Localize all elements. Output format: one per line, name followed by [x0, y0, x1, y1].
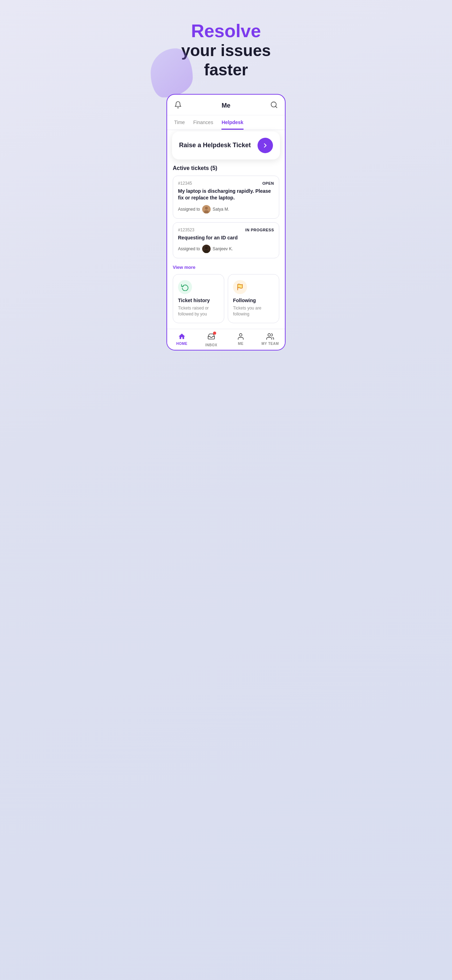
tab-bar: Time Finances Helpdesk [167, 115, 285, 130]
card-header: Me [167, 95, 285, 115]
main-app-card: Me Time Finances Helpdesk Raise a Helpde… [166, 94, 286, 350]
ticket-header-2: #123523 IN PROGRESS [178, 228, 274, 232]
ticket-header-1: #12345 OPEN [178, 181, 274, 186]
blob-decoration [151, 48, 193, 97]
ticket-assignee-1: Assigned to Satya M. [178, 205, 274, 213]
svg-point-10 [268, 334, 271, 336]
inbox-badge [213, 332, 216, 335]
nav-my-team[interactable]: MY TEAM [255, 332, 285, 347]
hero-section: Resolve your issues faster [158, 0, 294, 91]
tab-time[interactable]: Time [174, 115, 185, 130]
avatar-satya [202, 205, 210, 213]
following-title: Following [233, 298, 274, 303]
raise-ticket-section: Raise a Helpdesk Ticket [167, 130, 285, 159]
following-icon-wrapper [233, 280, 247, 294]
nav-inbox[interactable]: INBOX [197, 332, 226, 347]
nav-me-label: ME [238, 342, 244, 345]
assigned-label-2: Assigned to [178, 247, 200, 251]
assignee-name-2: Sanjeev K. [213, 247, 233, 251]
ticket-history-card[interactable]: Ticket history Tickets raised or followe… [173, 274, 224, 323]
nav-home-label: HOME [176, 342, 188, 345]
ticket-status-1: OPEN [263, 181, 274, 185]
ticket-title-2: Requesting for an ID card [178, 234, 274, 242]
ticket-id-2: #123523 [178, 228, 194, 232]
active-tickets-section: Active tickets (5) #12345 OPEN My laptop… [167, 159, 285, 274]
active-tickets-title: Active tickets (5) [173, 165, 279, 172]
svg-point-6 [205, 247, 208, 249]
ticket-history-icon-wrapper [178, 280, 192, 294]
following-desc: Tickets you are following [233, 305, 274, 317]
bell-icon[interactable] [174, 101, 182, 111]
search-icon[interactable] [270, 101, 278, 111]
raise-ticket-label: Raise a Helpdesk Ticket [179, 142, 251, 149]
raise-ticket-banner[interactable]: Raise a Helpdesk Ticket [172, 131, 280, 159]
svg-point-3 [205, 207, 208, 210]
ticket-id-1: #12345 [178, 181, 192, 186]
assigned-label-1: Assigned to [178, 207, 200, 212]
following-card[interactable]: Following Tickets you are following [228, 274, 279, 323]
assignee-name-1: Satya M. [213, 207, 229, 212]
ticket-history-desc: Tickets raised or followed by you [178, 305, 219, 317]
svg-line-1 [275, 106, 277, 108]
nav-home[interactable]: HOME [167, 332, 197, 347]
ticket-status-2: IN PROGRESS [245, 228, 274, 232]
ticket-card-2[interactable]: #123523 IN PROGRESS Requesting for an ID… [173, 222, 279, 259]
avatar-sanjeev [202, 245, 210, 253]
nav-my-team-label: MY TEAM [261, 342, 279, 345]
bottom-navigation: HOME INBOX ME [167, 329, 285, 350]
nav-me[interactable]: ME [226, 332, 255, 347]
phone-container: Resolve your issues faster Me Time [158, 0, 294, 980]
ticket-assignee-2: Assigned to Sanjeev K. [178, 245, 274, 253]
bottom-cards-section: Ticket history Tickets raised or followe… [167, 274, 285, 329]
tab-helpdesk[interactable]: Helpdesk [221, 115, 243, 130]
ticket-history-title: Ticket history [178, 298, 219, 303]
hero-title-resolve: Resolve [168, 21, 284, 41]
svg-point-9 [239, 334, 242, 336]
header-title: Me [221, 102, 230, 109]
raise-ticket-button[interactable] [258, 138, 273, 153]
tab-finances[interactable]: Finances [193, 115, 213, 130]
ticket-card-1[interactable]: #12345 OPEN My laptop is discharging rap… [173, 176, 279, 219]
view-more-link[interactable]: View more [173, 262, 279, 274]
nav-inbox-label: INBOX [205, 343, 217, 347]
ticket-title-1: My laptop is discharging rapidly. Please… [178, 188, 274, 202]
